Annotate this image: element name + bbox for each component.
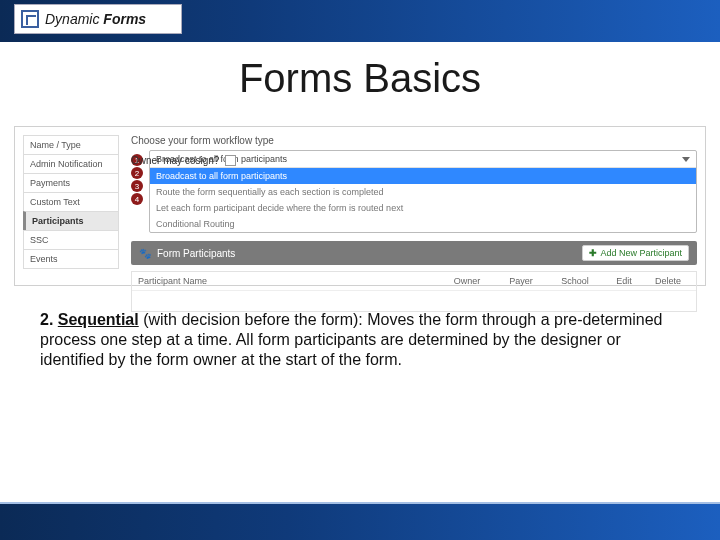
col-edit: Edit <box>602 276 646 286</box>
tab-name-type[interactable]: Name / Type <box>23 135 119 154</box>
header-bar: Dynamic Forms <box>0 0 720 42</box>
table-body-empty <box>132 291 696 311</box>
col-school: School <box>548 276 602 286</box>
owner-cosign-label: Owner may cosign? <box>131 155 219 166</box>
col-owner: Owner <box>440 276 494 286</box>
badge-2-icon: 2 <box>131 167 143 179</box>
form-participants-bar: 🐾 Form Participants ✚ Add New Participan… <box>131 241 697 265</box>
side-tabs: Name / Type Admin Notification Payments … <box>23 135 119 269</box>
dropdown-option-sequential[interactable]: Route the form sequentially as each sect… <box>150 184 696 200</box>
plus-icon: ✚ <box>589 248 597 258</box>
ui-screenshot: Name / Type Admin Notification Payments … <box>14 126 706 286</box>
right-pane: Choose your form workflow type 1 2 3 4 <box>131 135 697 312</box>
owner-cosign-checkbox[interactable] <box>225 155 236 166</box>
tab-custom-text[interactable]: Custom Text <box>23 192 119 211</box>
footer-bar <box>0 504 720 540</box>
logo-text: Dynamic Forms <box>45 11 146 27</box>
badge-4-icon: 4 <box>131 193 143 205</box>
chevron-down-icon <box>682 157 690 162</box>
workflow-type-label: Choose your form workflow type <box>131 135 274 146</box>
tab-participants[interactable]: Participants <box>23 211 119 230</box>
dropdown-option-conditional[interactable]: Conditional Routing <box>150 216 696 232</box>
add-new-participant-label: Add New Participant <box>600 248 682 258</box>
page-title: Forms Basics <box>0 56 720 101</box>
tab-admin-notification[interactable]: Admin Notification <box>23 154 119 173</box>
slide: Dynamic Forms Forms Basics Name / Type A… <box>0 0 720 540</box>
paw-icon: 🐾 <box>139 248 151 259</box>
table-header: Participant Name Owner Payer School Edit… <box>132 272 696 291</box>
logo-text-prefix: Dynamic <box>45 11 103 27</box>
logo-text-bold: Forms <box>103 11 146 27</box>
col-participant-name: Participant Name <box>138 276 440 286</box>
dropdown-option-broadcast[interactable]: Broadcast to all form participants <box>150 168 696 184</box>
col-delete: Delete <box>646 276 690 286</box>
tab-events[interactable]: Events <box>23 249 119 269</box>
explain-lead-num: 2. <box>40 311 58 328</box>
form-participants-title: Form Participants <box>157 248 235 259</box>
explanation-paragraph: 2. Sequential (with decision before the … <box>40 310 670 370</box>
col-payer: Payer <box>494 276 548 286</box>
explain-lead-word: Sequential <box>58 311 139 328</box>
participants-table: Participant Name Owner Payer School Edit… <box>131 271 697 312</box>
tab-payments[interactable]: Payments <box>23 173 119 192</box>
badge-3-icon: 3 <box>131 180 143 192</box>
tab-ssc[interactable]: SSC <box>23 230 119 249</box>
dropdown-option-participant-decide[interactable]: Let each form participant decide where t… <box>150 200 696 216</box>
logo-badge: Dynamic Forms <box>14 4 182 34</box>
logo-mark-icon <box>21 10 39 28</box>
dropdown-list: Broadcast to all form participants Route… <box>150 167 696 232</box>
add-new-participant-button[interactable]: ✚ Add New Participant <box>582 245 689 261</box>
